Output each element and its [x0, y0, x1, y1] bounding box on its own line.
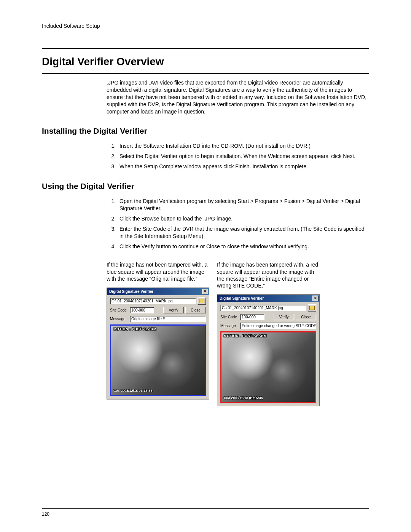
close-button[interactable]: Close — [185, 307, 206, 313]
message-output: Original image file !! — [130, 316, 206, 322]
close-icon[interactable]: ✕ — [202, 289, 208, 294]
heading-overview: Digital Verifier Overview — [42, 56, 369, 68]
section-header: Included Software Setup — [42, 23, 369, 29]
verified-image-original: MOTION : POST-ALARM C03 2003/12/18 01:15… — [110, 324, 206, 396]
left-caption: If the image has not been tampered with,… — [107, 261, 209, 282]
heading-using: Using the Digital Verifier — [42, 182, 369, 191]
window-titlebar: Digital Signature Verifier ✕ — [107, 288, 209, 295]
verifier-window-original: Digital Signature Verifier ✕ C:\ 01_2004… — [107, 288, 209, 399]
cctv-image — [221, 332, 315, 402]
use-step: Open the Digital Verification program by… — [117, 198, 369, 212]
rule-under-h1 — [42, 73, 369, 74]
site-code-input[interactable]: 100-000 — [240, 314, 264, 320]
image-overlay-bottom: C03 2003/12/18 01:15:36 — [113, 389, 153, 393]
install-step: When the Setup Complete window appears c… — [117, 163, 369, 170]
rule-top — [42, 48, 369, 49]
window-title: Digital Signature Verifier — [220, 296, 264, 301]
use-step: Enter the Site Code of the DVR that the … — [117, 225, 369, 240]
overview-paragraph: .JPG images and .AVI video files that ar… — [107, 79, 369, 115]
page-number: 120 — [42, 511, 369, 517]
browse-button[interactable] — [308, 304, 316, 312]
site-code-label: Site Code — [110, 308, 128, 313]
use-step: Click the Verify button to continue or C… — [117, 243, 369, 250]
close-button[interactable]: Close — [296, 314, 316, 320]
verify-button[interactable]: Verify — [274, 314, 294, 320]
browse-button[interactable] — [198, 297, 206, 305]
image-overlay-bottom: C03 2003/12/18 01:15:36 — [224, 396, 263, 401]
use-step: Click the Browse button to load the .JPG… — [117, 215, 369, 222]
image-overlay-top: MOTION : POST-ALARM — [113, 327, 156, 332]
site-code-label: Site Code — [220, 315, 239, 320]
close-icon[interactable]: ✕ — [312, 296, 319, 301]
verifier-window-tampered: Digital Signature Verifier ✕ C:\ 01_2004… — [217, 294, 320, 406]
right-caption: If the image has been tampered with, a r… — [217, 261, 320, 289]
install-step: Insert the Software Installation CD into… — [117, 142, 369, 150]
folder-icon — [199, 299, 204, 303]
verified-image-tampered: MOTION : POST-ALARM C03 2003/12/18 01:15… — [220, 331, 316, 403]
window-title: Digital Signature Verifier — [109, 289, 153, 294]
file-path-input[interactable]: C:\ 01_20040107140201_MARK.jpg — [220, 305, 306, 311]
heading-install: Installing the Digital Verifier — [42, 126, 369, 136]
folder-icon — [309, 306, 315, 310]
message-label: Message — [220, 323, 239, 328]
install-steps-list: Insert the Software Installation CD into… — [107, 142, 369, 170]
cctv-image — [111, 326, 205, 395]
message-label: Message — [110, 316, 128, 321]
image-overlay-top: MOTION : POST-ALARM — [224, 334, 267, 339]
install-step: Select the Digital Verifier option to be… — [117, 153, 369, 160]
site-code-input[interactable]: 100-000 — [130, 307, 154, 313]
verify-button[interactable]: Verify — [163, 307, 184, 313]
window-titlebar: Digital Signature Verifier ✕ — [217, 295, 319, 302]
message-output: Entire image changed or wrong SITE-CODE … — [240, 323, 316, 329]
use-steps-list: Open the Digital Verification program by… — [107, 198, 369, 250]
rule-footer — [42, 508, 369, 509]
file-path-input[interactable]: C:\ 01_20040107140201_MARK.jpg — [110, 298, 196, 304]
